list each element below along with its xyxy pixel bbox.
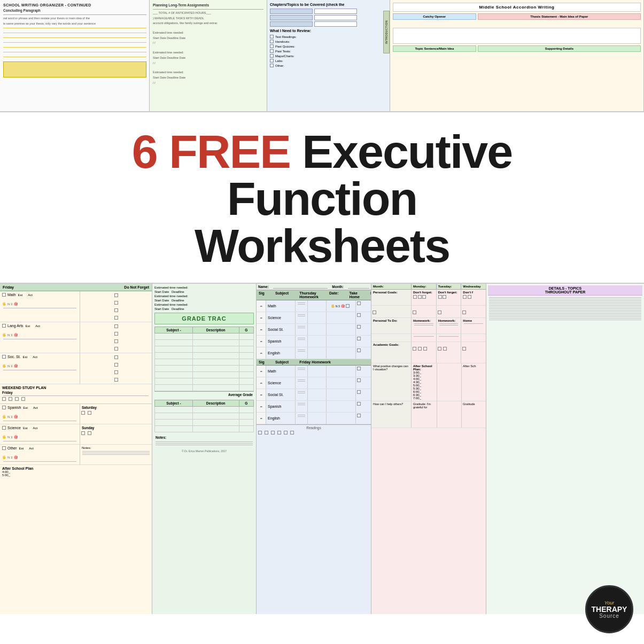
desc2-col-header: Description <box>192 400 239 407</box>
main-container: School Writing Organizer - continued Con… <box>0 0 644 644</box>
wednesday-personal-goals: Don't f <box>461 290 486 305</box>
science-subject: Science <box>7 426 21 430</box>
other-row: Other Est Act 🖐N 3🎯 Notes: <box>0 445 152 465</box>
fri-science-row: ✏ Science <box>257 377 371 389</box>
planning-panel: Planning Long-Term Assignments ___ TOTAL… <box>150 0 267 111</box>
week-tuesday-col: Tuesday: <box>437 284 462 289</box>
day-label: Friday <box>3 285 14 289</box>
tuesday-todo: Homework: <box>437 318 462 333</box>
ws3-item-4: Maps/Charts: <box>275 55 294 58</box>
fri-homework-col: Friday Homework <box>299 360 369 364</box>
thu-math-sig: ✏ <box>257 300 266 312</box>
fri-sig-col: Sig <box>259 360 265 364</box>
accordion-writing-panel: Middle School Accordion Writing Catchy O… <box>390 0 644 111</box>
week-monday-col: Monday: <box>412 284 437 289</box>
math-n3: N 3 <box>7 302 12 306</box>
thu-spanish-row: ✏ Spanish <box>257 336 371 347</box>
ws3-section: What I Need to Review: <box>270 29 387 33</box>
thursday-header: Sig Subject Thursday Homework Date: Take… <box>257 290 371 300</box>
thu-math-row: ✏ Math 🖐N 3🎯 <box>257 300 371 312</box>
monday-personal-goals: Don't forget: <box>412 290 437 305</box>
ws3-item-0: Text Readings: <box>275 35 297 38</box>
additional-panel: DETAILS - TOPICSTHROUGHOUT PAPER <box>486 284 644 614</box>
checkbox-row-1 <box>371 306 486 318</box>
grade-tracker-panel: Estimated time needed: Start DateDeadlin… <box>152 284 257 614</box>
avg-grade-label: Average Grade <box>154 391 254 398</box>
homework-tracker-panel: Name: Month: Sig Subject Thursday Homewo… <box>257 284 371 614</box>
main-title: 6 FREE Executive Function Worksheets <box>11 128 633 269</box>
math-row: Math Est Act 🖐N 3🎯 <box>0 291 152 322</box>
fri-math-subject: Math <box>266 366 296 377</box>
ws1-text1: nal word or phrase and then restate your… <box>3 17 146 21</box>
subject2-col-header: Subject - <box>155 400 193 407</box>
thu-science-subject: Science <box>266 312 296 323</box>
hw-thu-homework-col: Thursday Homework <box>299 291 319 299</box>
fri-subject-col: Subject <box>275 360 289 364</box>
ws3-title: Chapters/Topics to be Covered (check the <box>270 3 387 6</box>
thu-english-subject: English <box>266 347 296 359</box>
thu-english-sig: ✏ <box>257 347 266 359</box>
ws3-item-1: Handouts: <box>275 40 290 43</box>
ws3-item-3: Past Tests: <box>275 50 291 53</box>
after-school-section: After School Plan 4:00_ 5:00_ <box>0 465 152 478</box>
bottom-section: Friday Do Not Forget Math Est Act 🖐N 3🎯 <box>0 283 644 614</box>
ws2-line6c: / / <box>153 81 263 86</box>
help-others-label: How can I help others? <box>371 401 412 428</box>
desc-col-header: Description <box>192 327 239 333</box>
fri-spanish-subject: Spanish <box>266 401 296 412</box>
grade-col-header: G <box>239 327 253 333</box>
notes-label-grade: Notes: <box>154 434 254 440</box>
after-school-plan: After School Plan: 3:00_ 3:30_ 4:00_ 4:3… <box>412 363 437 401</box>
week-month-col: Month: <box>371 284 412 289</box>
gratitude-col1: Gratitude: I'm grateful for <box>412 401 437 428</box>
details-header: DETAILS - TOPICSTHROUGHOUT PAPER <box>488 285 642 296</box>
lang-arts-subject: Lang Arts <box>7 324 24 328</box>
ws2-line5: Start Date Deadline Date <box>153 36 263 41</box>
ws2-line5b: Start Date Deadline Date <box>153 56 263 60</box>
help-others-row: How can I help others? Gratitude: I'm gr… <box>371 401 486 428</box>
soc-st-subject: Soc. St. <box>7 355 21 359</box>
time-2: 5:00_ <box>2 474 150 477</box>
ws2-title: Planning Long-Term Assignments <box>153 3 263 7</box>
thu-science-row: ✏ Science <box>257 312 371 324</box>
other-subject: Other <box>7 446 17 450</box>
chapters-panel: Chapters/Topics to be Covered (check the <box>267 0 390 111</box>
positive-changes-label: What positive changes can I visualize? <box>371 363 412 401</box>
tuesday-personal-goals: Don't forget: <box>437 290 462 305</box>
science-row: Science Est Act 🖐N 3🎯 Sunday <box>0 424 152 445</box>
thu-social-row: ✏ Social St. <box>257 324 371 336</box>
top-banner: School Writing Organizer - continued Con… <box>0 0 644 112</box>
ws4-row2-col2: Supporting Details <box>478 45 641 52</box>
writing-organizer-panel: School Writing Organizer - continued Con… <box>0 0 150 111</box>
fri-spanish-row: ✏ Spanish <box>257 401 371 413</box>
soc-st-row: Soc. St. Est Act 🖐N 3🎯 <box>0 353 152 384</box>
thu-social-subject: Social St. <box>266 324 296 335</box>
personal-todo-label: Personal To Do: <box>371 318 412 333</box>
grade-table-1: Subject - Description G <box>154 327 254 391</box>
copyright: © Dr. Erica Warren Publications, 2017 <box>154 449 254 453</box>
positive-changes-row: What positive changes can I visualize? A… <box>371 363 486 401</box>
ws2-line5c: Start Date Deadline Date <box>153 76 263 80</box>
hw-name-label: Name: <box>258 285 269 289</box>
friday-header: Sig Subject Friday Homework <box>257 359 371 366</box>
personal-goals-label: Personal Goals: <box>371 290 412 305</box>
ws1-text2: le same premise as your thesis; only var… <box>3 22 146 26</box>
hw-date-col: Date: <box>329 291 339 299</box>
logo-badge: Your THERAPY Source <box>585 585 633 633</box>
ws2-line1: ___ TOTAL # OF ANTICIPATED HOURS___ <box>153 11 263 15</box>
ws1-subtitle: Concluding Paragraph <box>3 9 146 12</box>
spanish-subject: Spanish <box>7 406 21 409</box>
saturday-label: Saturday <box>81 405 151 410</box>
logo-therapy: THERAPY <box>592 606 627 613</box>
logo-source: Source <box>599 613 619 619</box>
sunday-label: Sunday <box>81 425 151 430</box>
ws2-line6b: / / <box>153 61 263 66</box>
fri-math-row: ✏ Math <box>257 366 371 377</box>
thu-english-row: ✏ English <box>257 347 371 359</box>
ws4-col1: Catchy Opener <box>393 13 476 20</box>
personal-goals-row: Personal Goals: Don't forget: Don't forg… <box>371 290 486 306</box>
thu-social-sig: ✏ <box>257 324 266 335</box>
hw-subject-col: Subject <box>275 291 289 299</box>
ws4-row2-col1: Topic Sentence/Main Idea <box>393 45 476 52</box>
personal-todo-row: Personal To Do: Homework: Homework: Home <box>371 318 486 334</box>
